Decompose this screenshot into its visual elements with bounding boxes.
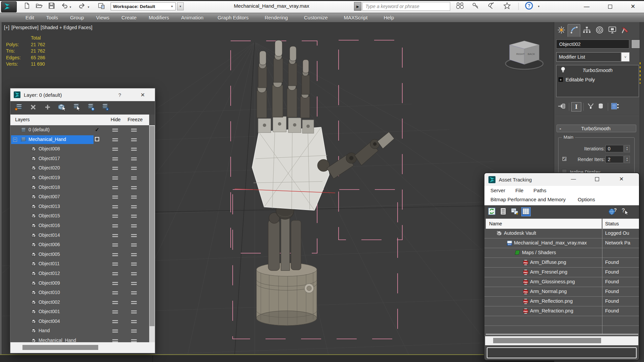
object-name[interactable]: Object018	[39, 185, 60, 190]
hide-toggle-icon[interactable]	[112, 138, 118, 141]
freeze-toggle-icon[interactable]	[131, 157, 137, 160]
layer-row-object006[interactable]: Object006	[10, 240, 149, 250]
hide-toggle-icon[interactable]	[112, 320, 118, 323]
layer-row-object015[interactable]: Object015	[10, 211, 149, 221]
hide-toggle-icon[interactable]	[112, 301, 118, 304]
freeze-toggle-icon[interactable]	[131, 282, 137, 285]
asset-name[interactable]: Arm_Normal.png	[530, 289, 567, 294]
undo-caret-button[interactable]: ▼	[68, 2, 73, 11]
open-file-button[interactable]	[34, 2, 44, 11]
layer-list-vscroll-thumb[interactable]	[150, 126, 155, 326]
modifier-list-caret[interactable]: ˅	[621, 52, 630, 62]
asset-menu-options[interactable]: Options	[578, 197, 595, 202]
menu-group[interactable]: Group	[64, 15, 90, 20]
hide-column-header[interactable]: Hide	[106, 117, 125, 122]
object-name[interactable]: Object012	[39, 271, 60, 276]
layer-row-object001[interactable]: Object001	[10, 307, 149, 317]
asset-menu-file[interactable]: File	[515, 188, 523, 193]
freeze-toggle-icon[interactable]	[131, 196, 137, 199]
asset-row-mechanical-hand-max-vray-max[interactable]: MAXMechanical_Hand_max_vray.maxNetwork P…	[484, 238, 639, 248]
delete-layer-button[interactable]	[28, 103, 38, 113]
menu-modifiers[interactable]: Modifiers	[142, 15, 175, 20]
pin-stack-button[interactable]	[557, 102, 567, 112]
render-iters-spinner[interactable]: ▲▼	[624, 156, 630, 163]
freeze-toggle-icon[interactable]	[131, 330, 137, 333]
object-name[interactable]: Object011	[39, 261, 60, 266]
star-button[interactable]	[500, 2, 514, 11]
hide-toggle-icon[interactable]	[112, 148, 118, 151]
hide-toggle-icon[interactable]	[112, 339, 118, 342]
menu-graph-editors[interactable]: Graph Editors	[210, 15, 257, 20]
freeze-column-header[interactable]: Freeze	[125, 117, 145, 122]
freeze-toggle-icon[interactable]	[131, 320, 137, 323]
object-name[interactable]: Mechanical_Hand	[39, 338, 76, 342]
object-name[interactable]: Object009	[39, 280, 60, 286]
asset-menu-paths[interactable]: Paths	[533, 188, 546, 193]
menu-views[interactable]: Views	[90, 15, 116, 20]
list-view-button[interactable]	[499, 207, 508, 216]
layer-row-mechanical-hand[interactable]: −Mechanical_Hand	[10, 135, 149, 145]
layer-row-hand[interactable]: Hand	[10, 326, 149, 336]
object-name[interactable]: Object008	[39, 146, 60, 151]
freeze-toggle-icon[interactable]	[131, 176, 137, 179]
maximize-button[interactable]	[601, 1, 620, 12]
viewport-pov-menu[interactable]: [Perspective]	[11, 25, 39, 30]
asset-row-arm-reflection-png[interactable]: PNGArm_Reflection.pngFound	[484, 297, 639, 306]
object-name[interactable]: Object005	[39, 251, 60, 257]
minimize-button[interactable]: —	[577, 1, 596, 12]
layer-name[interactable]: Mechanical_Hand	[28, 137, 66, 142]
freeze-toggle-icon[interactable]	[131, 291, 137, 294]
freeze-toggle-icon[interactable]	[131, 129, 137, 132]
asset-row-arm-refraction-png[interactable]: PNGArm_Refraction.pngFound	[484, 306, 639, 316]
tab-modify[interactable]	[568, 24, 580, 37]
raise-layer-button[interactable]	[86, 103, 96, 113]
project-toolbar-button[interactable]	[96, 2, 107, 11]
layer-row-object009[interactable]: Object009	[10, 279, 149, 288]
layer-dialog-close-button[interactable]: ✕	[140, 92, 145, 98]
view-cube[interactable]: RIGHT BACK	[502, 38, 549, 78]
layer-properties-button[interactable]	[100, 103, 110, 113]
asset-row-autodesk-vault[interactable]: Autodesk VaultLogged Ou	[484, 229, 639, 238]
hide-toggle-icon[interactable]	[112, 234, 118, 237]
layer-row-object020[interactable]: Object020	[10, 163, 149, 173]
freeze-toggle-icon[interactable]	[131, 263, 137, 266]
menu-help[interactable]: Help	[375, 15, 402, 20]
object-name[interactable]: Object006	[39, 242, 60, 247]
hide-toggle-icon[interactable]	[112, 272, 118, 275]
layer-row-object013[interactable]: Object013	[10, 202, 149, 212]
help-globe-button[interactable]: ?	[608, 207, 617, 216]
menu-edit[interactable]: Edit	[19, 15, 40, 20]
layer-row-object005[interactable]: Object005	[10, 250, 149, 260]
object-name[interactable]: Object010	[39, 290, 60, 295]
asset-minimize-button[interactable]: —	[571, 176, 576, 182]
name-column-header[interactable]: Name	[486, 219, 602, 229]
asset-row-maps-shaders[interactable]: Maps / Shaders	[484, 248, 639, 258]
object-name[interactable]: Object004	[39, 318, 60, 324]
freeze-toggle-icon[interactable]	[131, 148, 137, 151]
redo-caret-button[interactable]: ▼	[86, 2, 91, 11]
make-unique-button[interactable]	[586, 102, 596, 112]
render-iters-input[interactable]: 2	[605, 156, 624, 163]
freeze-toggle-icon[interactable]	[131, 339, 137, 342]
object-name[interactable]: Object017	[39, 156, 60, 161]
freeze-toggle-icon[interactable]	[131, 310, 137, 313]
asset-name[interactable]: Arm_Refraction.png	[530, 308, 573, 313]
object-name[interactable]: Object002	[39, 299, 60, 305]
tab-utilities[interactable]	[619, 24, 631, 37]
layer-dialog-help-button[interactable]: ?	[118, 92, 121, 98]
layer-row-object002[interactable]: Object002	[10, 298, 149, 307]
hide-toggle-icon[interactable]	[112, 263, 118, 266]
object-name[interactable]: Object019	[39, 175, 60, 180]
freeze-toggle-icon[interactable]	[131, 186, 137, 189]
hide-toggle-icon[interactable]	[112, 157, 118, 160]
rollout-collapse-icon[interactable]: -	[560, 126, 561, 131]
show-end-result-button[interactable]: I	[571, 102, 581, 112]
layer-dialog-titlebar[interactable]: Layer: 0 (default) ? ✕	[10, 88, 155, 101]
hide-toggle-icon[interactable]	[112, 167, 118, 170]
asset-name[interactable]: Arm_Reflection.png	[530, 298, 573, 304]
freeze-toggle-icon[interactable]	[131, 215, 137, 218]
asset-name[interactable]: Arm_Glossiness.png	[530, 279, 575, 284]
hide-toggle-icon[interactable]	[112, 291, 118, 294]
object-name[interactable]: Object007	[39, 194, 60, 199]
object-color-swatch[interactable]	[631, 40, 640, 49]
